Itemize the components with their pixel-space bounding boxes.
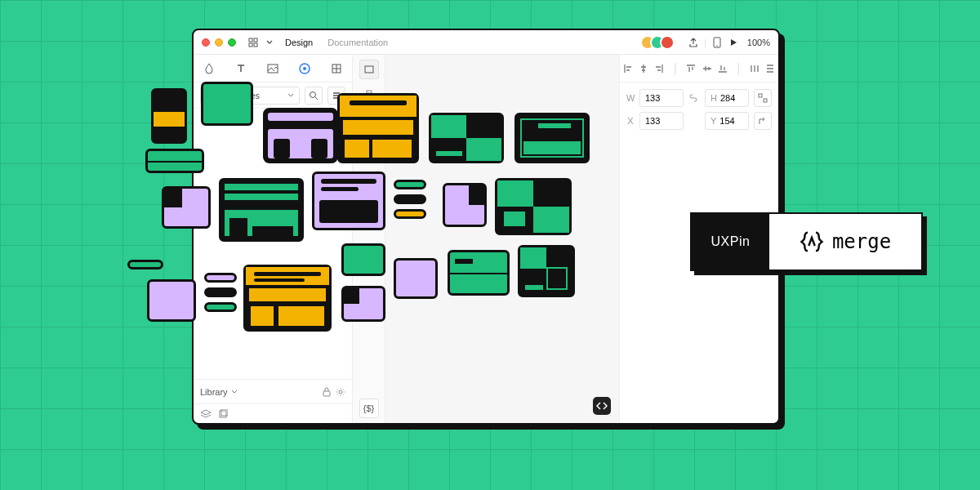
search-icon[interactable] [305,87,323,105]
apps-icon[interactable] [247,37,259,48]
svg-rect-3 [254,43,257,47]
components-icon[interactable] [298,62,311,75]
tab-design[interactable]: Design [280,38,318,47]
layers-strip [194,403,352,423]
left-sidebar: All categories Library [194,55,353,423]
svg-point-10 [310,91,316,97]
tab-documentation[interactable]: Documentation [323,38,393,47]
library-label: Library [200,387,228,397]
distribute-h-icon[interactable] [749,63,760,74]
svg-rect-0 [249,38,252,42]
brand-label: UXPin [692,214,769,270]
list-icon[interactable] [327,87,345,105]
align-bottom-icon[interactable] [717,63,728,74]
svg-rect-14 [221,409,228,416]
svg-point-12 [339,390,342,394]
svg-rect-2 [249,43,252,47]
share-icon[interactable] [688,37,699,48]
svg-rect-15 [365,66,373,73]
link-icon[interactable] [688,93,700,103]
ink-icon[interactable] [203,62,216,75]
align-right-icon[interactable] [653,63,665,74]
svg-rect-16 [367,91,372,93]
align-left-icon[interactable] [622,63,634,74]
align-middle-icon[interactable] [702,63,713,74]
category-filter: All categories [194,82,352,109]
gear-icon[interactable] [336,387,345,397]
form-icon[interactable] [330,62,343,75]
collaborator-avatars[interactable] [645,35,675,50]
titlebar: Design Documentation | 100% [194,30,778,55]
svg-point-8 [303,67,306,70]
library-bar: Library [194,379,352,403]
x-label: X [626,116,635,126]
play-icon[interactable] [728,37,739,48]
svg-point-5 [716,45,717,46]
code-icon[interactable] [593,397,611,415]
dimensions-group: W 133 H284 X 133 Y154 [620,82,778,136]
rect-tool[interactable] [359,60,379,79]
ratio-icon[interactable] [754,89,772,107]
svg-rect-18 [764,99,767,102]
align-center-h-icon[interactable] [638,63,649,74]
svg-rect-11 [323,391,330,396]
variables-icon[interactable]: {$} [359,399,379,418]
distribute-v-icon[interactable] [764,63,776,74]
maximize-icon[interactable] [228,38,236,47]
product-label: merge [769,214,921,270]
minimize-icon[interactable] [215,38,223,47]
text-icon[interactable] [234,62,247,75]
svg-rect-13 [220,411,226,417]
width-label: W [626,93,635,103]
category-label: All categories [206,91,260,100]
component-palette [194,109,352,379]
svg-rect-6 [268,65,278,73]
category-select[interactable]: All categories [200,87,300,105]
align-top-icon[interactable] [685,63,697,74]
svg-rect-1 [254,38,257,42]
x-field[interactable]: 133 [639,112,684,130]
alignment-row: | | [620,55,778,82]
window-controls [202,38,236,47]
rotate-icon[interactable] [754,112,772,130]
image-icon[interactable] [266,62,279,75]
circle-tool[interactable] [359,86,379,105]
lock-icon[interactable] [323,387,331,397]
svg-rect-17 [759,94,762,97]
y-field[interactable]: Y154 [705,112,749,130]
pages-icon[interactable] [218,409,228,419]
close-icon[interactable] [202,38,210,47]
layers-icon[interactable] [200,409,212,419]
width-field[interactable]: 133 [639,89,684,107]
device-icon[interactable] [711,37,723,48]
height-field[interactable]: H284 [705,89,749,107]
zoom-level[interactable]: 100% [747,38,770,47]
design-canvas[interactable] [385,55,619,423]
tool-tabs [194,55,352,82]
library-select[interactable]: Library [200,387,318,397]
shape-toolbar: {$} [353,55,385,423]
merge-badge: UXPin merge [690,212,923,271]
chevron-down-icon[interactable] [264,37,275,48]
